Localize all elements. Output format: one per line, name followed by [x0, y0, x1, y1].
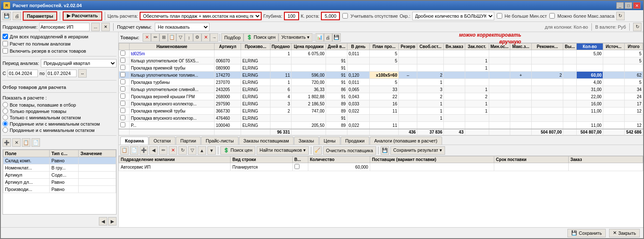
analogs-checkbox[interactable] — [3, 41, 8, 46]
period-combo[interactable]: Предыдущий квартал — [41, 59, 117, 67]
radio-sold-only[interactable] — [3, 108, 8, 114]
cell-check-2[interactable] — [119, 57, 130, 64]
subdivision-input[interactable] — [39, 23, 90, 31]
cell-check-10[interactable] — [119, 115, 130, 122]
date-from-input[interactable] — [8, 70, 38, 77]
filter-scroll-right[interactable]: ▶ — [108, 217, 117, 226]
grid-row-5[interactable]: Прокладка турбины 237070 ELRING 1 720,00… — [119, 79, 643, 86]
grid-row-10[interactable]: Прокладка впускного коллектор... 476460 … — [119, 115, 643, 122]
col-price[interactable]: Цена продажи — [292, 43, 326, 50]
cell-qty-4[interactable]: 60,00 — [577, 72, 603, 79]
col-days[interactable]: Дней в... — [326, 43, 347, 50]
btm-find-supplier-btn[interactable]: Найти поставщиков ▾ — [257, 146, 309, 155]
maximize-button[interactable]: □ — [625, 2, 632, 9]
btm-save-result-btn[interactable]: Сохранить результат ▾ — [390, 146, 445, 155]
subdivision-dots-btn[interactable]: ... — [91, 23, 100, 31]
radio-sold-and-min[interactable] — [3, 127, 8, 133]
cell-check-7[interactable] — [119, 93, 130, 100]
filter-scroll-left[interactable]: ◀ — [99, 217, 107, 226]
bottom-grid[interactable]: Подразделение компании Вид строки В... К… — [119, 156, 643, 227]
grid-row-4[interactable]: Кольцо уплотнительное топливн... 174270 … — [119, 72, 643, 79]
btm-refresh-btn[interactable]: ↻ — [178, 146, 187, 155]
col-max[interactable]: Макс.з... — [510, 43, 531, 50]
can-more-max-checkbox[interactable] — [549, 13, 555, 19]
goal-combo[interactable]: Обеспечить план продаж + мин.остаток на … — [140, 12, 262, 20]
goods-print-btn[interactable]: 🖨 — [324, 33, 332, 42]
cell-check-1[interactable] — [119, 50, 130, 57]
goods-save-btn[interactable]: 💾 — [332, 33, 341, 42]
goods-delete-btn[interactable]: ✕ — [201, 33, 210, 42]
btm-price-search-btn[interactable]: 💲 Поиск цен — [220, 146, 255, 155]
btm-copy-btn[interactable]: 📋 — [120, 146, 129, 155]
grid-row-8[interactable]: Прокладка впускного коллектор... 297590 … — [119, 100, 643, 107]
goods-select-btn[interactable]: ⊞ — [159, 33, 168, 42]
tab-supplier-orders[interactable]: Заказы поставщикам — [239, 137, 294, 145]
params-button[interactable]: Параметры — [23, 11, 57, 21]
cell-check-11[interactable] — [119, 122, 130, 129]
cell-check-8[interactable] — [119, 100, 130, 107]
data-grid[interactable]: Наименование Артикул Произво... Продано … — [119, 43, 643, 136]
tab-basket[interactable]: Корзина — [120, 137, 148, 145]
no-more-min-checkbox[interactable] — [497, 13, 502, 19]
col-sold[interactable]: Продано — [270, 43, 291, 50]
reserve-checkbox[interactable] — [3, 48, 8, 54]
cell-check-4[interactable] — [119, 72, 130, 79]
currency-refresh-btn[interactable]: ↻ — [633, 23, 641, 31]
titlebar-controls[interactable]: _ □ ✕ — [616, 2, 641, 9]
col-plan[interactable]: План про... — [369, 43, 398, 50]
cell-check-6[interactable] — [119, 86, 130, 93]
grid-row-7[interactable]: Прокладка верхней крышки ГРМ 268000 ELRI… — [119, 93, 643, 100]
minimize-button[interactable]: _ — [616, 2, 624, 9]
goods-select-text-btn[interactable]: Подбор — [221, 33, 244, 42]
filter-copy-btn[interactable]: 📋 — [22, 138, 30, 147]
close-button[interactable]: ✕ — [633, 2, 641, 9]
filter-row-5[interactable]: Производи... Равно — [3, 186, 116, 193]
grid-row-9[interactable]: Прокладка приемной трубы 366730 ELRING 2… — [119, 107, 643, 115]
filter-paste-btn[interactable]: 📄 — [32, 138, 40, 147]
filter-row-4[interactable]: Артикул дл... Равно — [3, 179, 116, 186]
depth-input[interactable]: 100 — [284, 12, 299, 20]
btm-down-btn[interactable]: ▼ — [207, 146, 216, 155]
goods-edit-btn[interactable]: ✏ — [151, 33, 159, 42]
tab-pricelists[interactable]: Прайс-листы — [201, 137, 238, 145]
goods-add-btn[interactable]: ✕ — [143, 33, 151, 42]
cell-check-3[interactable] — [119, 64, 130, 72]
calc-button[interactable]: ▶ Рассчитать — [63, 11, 102, 21]
col-per-day[interactable]: В день — [347, 43, 369, 50]
no-stock-checkbox[interactable] — [342, 13, 348, 19]
col-source[interactable]: Источ... — [603, 43, 624, 50]
save-button[interactable]: 💾 Сохранить — [567, 229, 606, 237]
grid-row-1[interactable]: td025m 1 6 075,00 0,011 5 — [119, 50, 643, 57]
hierarchy-checkbox[interactable] — [3, 34, 8, 39]
goods-sort-btn[interactable]: ↕ — [185, 33, 193, 42]
filter-delete-btn[interactable]: ✕ — [12, 138, 21, 147]
col-reserve[interactable]: Резерв — [399, 43, 417, 50]
cell-check-5[interactable] — [119, 79, 130, 86]
subdivision-clear-btn[interactable]: ✕ — [101, 23, 110, 31]
btm-row-1[interactable]: Автосервис ИП Планируется 60,000 — [119, 163, 643, 171]
date-to-input[interactable] — [46, 70, 77, 77]
tab-remains[interactable]: Остатки — [149, 137, 175, 145]
tab-batches[interactable]: Партии — [176, 137, 201, 145]
grid-row-2[interactable]: Кольцо уплотнительное ОГ 55Х5... 006070 … — [119, 57, 643, 64]
col-total[interactable]: Итого — [624, 43, 643, 50]
grid-row-3[interactable]: Прокладка приемной трубы 080900 ELRING 9… — [119, 64, 643, 72]
col-min[interactable]: Мин.ос... — [489, 43, 510, 50]
col-maker[interactable]: Произво... — [241, 43, 270, 50]
btm-filter-btn[interactable]: ▽ — [188, 146, 196, 155]
rounding-combo[interactable]: Дробное количество в БОЛЬШУЮ сторону — [412, 12, 494, 20]
col-supplier-order[interactable]: Зак.пост. — [465, 43, 489, 50]
col-out[interactable]: Вы... — [563, 43, 577, 50]
close-button[interactable]: ✕ Закрыть — [609, 229, 640, 237]
col-free[interactable]: Своб.ост... — [417, 43, 444, 50]
filter-add-btn[interactable]: ➕ — [3, 138, 11, 147]
cell-check-9[interactable] — [119, 107, 130, 115]
filter-row-3[interactable]: Артикул Соде... — [3, 172, 116, 179]
refresh-toolbar-btn[interactable]: ↻ — [616, 12, 625, 20]
goods-copy-btn[interactable]: 📋 — [168, 33, 176, 42]
btm-cell-flag-1[interactable] — [292, 163, 308, 171]
col-ext-order[interactable]: Вн.заказ — [444, 43, 465, 50]
goods-move-btn[interactable]: → — [210, 33, 218, 42]
grid-row-11[interactable]: Р... 100040 ELRING 205,50 89 0,022 11 — [119, 122, 643, 129]
col-qty[interactable]: Кол-во — [577, 43, 603, 50]
